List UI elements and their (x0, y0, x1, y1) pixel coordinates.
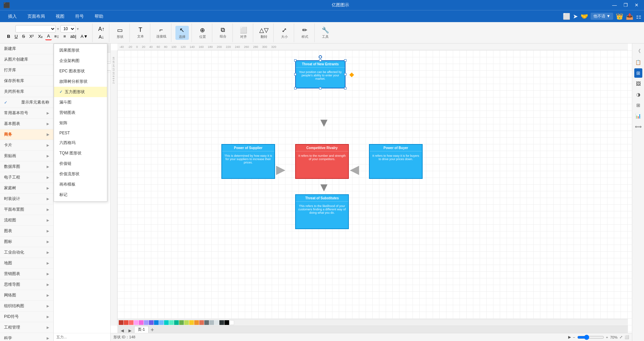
submenu-value-chain[interactable]: 价值链 (54, 158, 107, 169)
submenu-value-stream[interactable]: 价值流形状 (54, 169, 107, 179)
color-very-light[interactable] (214, 320, 219, 325)
diamond-handle[interactable] (349, 72, 354, 77)
color-blue[interactable] (154, 320, 159, 325)
color-dark[interactable] (219, 320, 224, 325)
sidebar-item-close-all[interactable]: 关闭所有库 (0, 86, 53, 97)
sidebar-item-flowchart[interactable]: 流程图▶ (0, 215, 53, 226)
sidebar-item-business[interactable]: 商务▶ (0, 129, 53, 140)
sidebar-item-database[interactable]: 数据库图▶ (0, 161, 53, 172)
font-name-select[interactable] (15, 25, 56, 32)
sidebar-item-common[interactable]: 常用基本符号▶ (0, 108, 53, 119)
shape-new-entrants[interactable]: Threat of New Entrants Your position can… (295, 60, 345, 88)
sidebar-item-clip[interactable]: 剪贴画▶ (0, 151, 53, 161)
menu-view[interactable]: 视图 (50, 12, 70, 21)
color-blue-light[interactable] (159, 320, 164, 325)
right-image-btn[interactable]: 🖼 (634, 79, 643, 88)
submenu-canvas-template[interactable]: 画布模板 (54, 179, 107, 190)
highlight-btn[interactable]: A▼ (79, 33, 90, 40)
handle-br[interactable] (344, 87, 346, 89)
page-next-btn[interactable]: ▶ (126, 328, 133, 333)
handle-tm[interactable] (319, 59, 322, 62)
fullscreen-btn[interactable]: ⬜ (625, 335, 629, 339)
sidebar-item-pm[interactable]: 工程管理▶ (0, 322, 53, 333)
rotate-handle[interactable] (319, 55, 322, 59)
position-button[interactable]: ⊕ 位置 (196, 26, 209, 40)
list-btn[interactable]: ≡ (62, 33, 68, 40)
style-button[interactable]: ✏ 样式 (298, 26, 312, 40)
shape-supplier[interactable]: Power of Supplier This is determined by … (221, 144, 275, 179)
submenu-epc[interactable]: EPC 图表形状 (54, 66, 107, 76)
color-yellow[interactable] (189, 320, 194, 325)
color-purple[interactable] (149, 320, 154, 325)
font-color-btn[interactable]: A (45, 32, 52, 40)
underline-button[interactable]: U (13, 33, 19, 40)
sidebar-item-card[interactable]: 卡片▶ (0, 140, 53, 151)
superscript-button[interactable]: X² (28, 33, 35, 40)
close-button[interactable]: ✕ (633, 2, 641, 8)
shape-button[interactable]: ▭ 形状 (113, 26, 127, 40)
play-btn[interactable]: ▶ (568, 335, 571, 339)
shrink-font-btn[interactable]: A↓ (97, 33, 106, 41)
color-white[interactable] (229, 320, 234, 325)
sidebar-item-pid[interactable]: PID符号▶ (0, 312, 53, 322)
color-orange[interactable] (194, 320, 199, 325)
submenu-matrix[interactable]: 矩阵 (54, 118, 107, 128)
handle-bl[interactable] (294, 87, 297, 89)
text-button[interactable]: T 文本 (134, 26, 147, 40)
color-green-2[interactable] (179, 320, 184, 325)
shape-buyer[interactable]: Power of Buyer It refers to how easy it … (369, 144, 423, 179)
bold-button[interactable]: B (5, 33, 12, 40)
flip-button[interactable]: △▽ 翻转 (257, 26, 271, 40)
color-lime[interactable] (184, 320, 189, 325)
collab-icon[interactable]: 🤝 (581, 13, 588, 20)
submenu-five-forces[interactable]: ✓五力图形状 (54, 87, 107, 97)
sidebar-item-save-all[interactable]: 保存所有库 (0, 76, 53, 86)
line-height-btn[interactable]: ≡↕ (53, 33, 61, 40)
color-red-dark[interactable] (119, 320, 123, 325)
sidebar-item-marketing[interactable]: 营销图表▶ (0, 269, 53, 279)
submenu-marketing-chart[interactable]: 营销图表 (54, 108, 107, 118)
connect-button[interactable]: ⌐ 连接线 (154, 26, 168, 40)
submenu-causal[interactable]: 因果图形状 (54, 45, 107, 56)
grow-font-btn[interactable]: A↑ (97, 25, 106, 33)
menu-help[interactable]: 帮助 (89, 12, 109, 21)
select-button[interactable]: ↖ 选择 (175, 26, 189, 40)
handle-mr[interactable] (344, 73, 346, 76)
right-collapse-btn[interactable]: 《 (634, 46, 643, 56)
add-page-btn[interactable]: + (149, 327, 156, 333)
submenu-enterprise[interactable]: 企业架构图 (54, 56, 107, 66)
color-gray-light[interactable] (209, 320, 214, 325)
handle-bm[interactable] (319, 87, 322, 89)
color-pink[interactable] (134, 320, 139, 325)
shape-substitutes[interactable]: Threat of Substitutes This refers to the… (295, 194, 349, 229)
menu-insert[interactable]: 插入 (3, 12, 22, 21)
sidebar-item-icon[interactable]: 图标▶ (0, 236, 53, 247)
sidebar-item-new-lib[interactable]: 新建库 (0, 44, 53, 54)
color-orange-red[interactable] (199, 320, 204, 325)
submenu-funnel[interactable]: 漏斗图 (54, 97, 107, 108)
tools-button[interactable]: 🔧 工具 (319, 26, 332, 40)
submenu-tqm[interactable]: TQM 图形状 (54, 148, 107, 158)
handle-tr[interactable] (344, 59, 346, 62)
right-theme-btn[interactable]: ◑ (634, 90, 642, 99)
sidebar-item-family-tree[interactable]: 家庭树▶ (0, 183, 53, 194)
sidebar-item-industry[interactable]: 工业自动化▶ (0, 247, 53, 258)
zoom-in-btn[interactable]: + (606, 335, 608, 339)
right-expand-btn[interactable]: ⟺ (633, 122, 644, 131)
minimize-button[interactable]: — (610, 2, 619, 8)
align-button[interactable]: ⬜ 对齐 (237, 26, 250, 40)
color-violet[interactable] (144, 320, 149, 325)
strikethrough-button[interactable]: S (20, 33, 27, 40)
sidebar-item-network[interactable]: 网络图▶ (0, 290, 53, 301)
sidebar-item-fashion[interactable]: 时装设计▶ (0, 194, 53, 204)
sidebar-item-open-lib[interactable]: 打开库 (0, 65, 53, 76)
menu-page-layout[interactable]: 页面布局 (22, 12, 50, 21)
sidebar-item-floorplan[interactable]: 平面布置图▶ (0, 204, 53, 215)
page-prev-btn[interactable]: ◀ (119, 328, 126, 333)
crown-icon[interactable]: 👑 (616, 13, 623, 20)
fit-btn[interactable]: ⤢ (620, 335, 623, 339)
sidebar-item-from-image[interactable]: 从图片创建库 (0, 54, 53, 65)
color-teal[interactable] (164, 320, 169, 325)
combine-button[interactable]: ⧉ 组合 (216, 26, 230, 40)
right-chart-btn[interactable]: 📊 (633, 111, 643, 121)
